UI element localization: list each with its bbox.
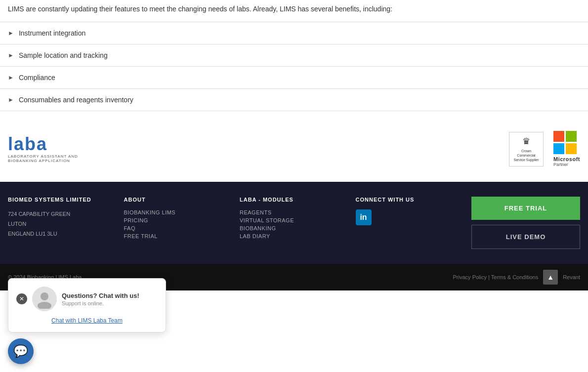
footer-bottom-right: Privacy Policy | Terms & Conditions ▲ Re… bbox=[453, 270, 580, 285]
footer-col-biomed: BIOMED SYSTEMS LIMITED 724 CAPABILITY GR… bbox=[8, 197, 114, 249]
accordion-item-compliance[interactable]: ► Compliance bbox=[0, 67, 588, 89]
footer-link-faq[interactable]: FAQ bbox=[124, 225, 230, 231]
footer-link-lab-diary[interactable]: LAB DIARY bbox=[240, 233, 346, 239]
svg-point-0 bbox=[41, 292, 48, 300]
accordion-item-instrument-integration[interactable]: ► Instrument integration bbox=[0, 22, 588, 44]
cta-buttons: FREE TRIAL LIVE DEMO bbox=[471, 197, 580, 249]
accordion-label-sample-location: Sample location and tracking bbox=[19, 51, 108, 59]
accordion-label-instrument-integration: Instrument integration bbox=[19, 29, 85, 37]
intro-text: LIMS are constantly updating their featu… bbox=[0, 0, 588, 22]
footer-col-modules: LABA - MODULES REAGENTS VIRTUAL STORAGE … bbox=[240, 197, 346, 249]
footer-link-virtual-storage[interactable]: VIRTUAL STORAGE bbox=[240, 217, 346, 223]
free-trial-button[interactable]: FREE TRIAL bbox=[471, 197, 580, 220]
chat-title: Questions? Chat with us! bbox=[62, 292, 139, 299]
chat-avatar bbox=[32, 287, 57, 311]
chevron-right-icon-4: ► bbox=[8, 96, 14, 103]
svg-point-1 bbox=[38, 302, 51, 309]
chat-open-button[interactable]: 💬 bbox=[8, 338, 34, 364]
ms-yellow-square bbox=[566, 143, 577, 154]
footer-bottom-links[interactable]: Privacy Policy | Terms & Conditions bbox=[453, 274, 539, 280]
accordion-item-consumables[interactable]: ► Consumables and reagents inventory bbox=[0, 89, 588, 111]
accordion-header-consumables[interactable]: ► Consumables and reagents inventory bbox=[0, 89, 588, 111]
logo-subtitle-text: LABORATORY ASSISTANT ANDBIOBANKING APPLI… bbox=[8, 154, 78, 163]
footer-col-about-title: ABOUT bbox=[124, 197, 230, 203]
footer-columns: BIOMED SYSTEMS LIMITED 724 CAPABILITY GR… bbox=[0, 182, 588, 264]
footer-col-biomed-title: BIOMED SYSTEMS LIMITED bbox=[8, 197, 114, 203]
chevron-right-icon-3: ► bbox=[8, 74, 14, 81]
footer-link-reagents[interactable]: REAGENTS bbox=[240, 209, 346, 215]
scroll-to-top-button[interactable]: ▲ bbox=[543, 270, 558, 285]
chat-team-link[interactable]: Chat with LIMS Laba Team bbox=[16, 317, 158, 324]
ms-sublabel: Partner bbox=[553, 162, 568, 167]
revant-label: Revant bbox=[563, 274, 580, 280]
revant-badge: Revant bbox=[563, 274, 580, 280]
crown-icon: ♛ bbox=[522, 136, 530, 147]
footer-col-about: ABOUT BIOBANKING LIMS PRICING FAQ FREE T… bbox=[124, 197, 230, 249]
accordion-header-compliance[interactable]: ► Compliance bbox=[0, 67, 588, 88]
linkedin-icon[interactable]: in bbox=[356, 209, 372, 225]
accordion-item-sample-location[interactable]: ► Sample location and tracking bbox=[0, 44, 588, 67]
crown-commercial-badge: ♛ Crown Commercial Service Supplier bbox=[509, 132, 544, 166]
microsoft-partner-badge: Microsoft Partner bbox=[553, 131, 580, 167]
chevron-right-icon: ► bbox=[8, 30, 14, 37]
laba-logo: laba LABORATORY ASSISTANT ANDBIOBANKING … bbox=[8, 135, 78, 163]
chat-popup-left: ✕ Questions? Chat with us! Support is on… bbox=[16, 287, 139, 311]
ms-blue-square bbox=[553, 143, 564, 154]
footer-link-free-trial-about[interactable]: FREE TRIAL bbox=[124, 233, 230, 239]
footer-logo-area: laba LABORATORY ASSISTANT ANDBIOBANKING … bbox=[0, 111, 588, 182]
crown-badge-text: Crown Commercial Service Supplier bbox=[512, 149, 540, 162]
footer-col-connect-title: CONNECT WITH US bbox=[356, 197, 462, 203]
footer-link-biobanking-lims[interactable]: BIOBANKING LIMS bbox=[124, 209, 230, 215]
footer-link-biobanking[interactable]: BIOBANKING bbox=[240, 225, 346, 231]
footer-col-modules-title: LABA - MODULES bbox=[240, 197, 346, 203]
avatar-icon bbox=[35, 289, 54, 309]
logo-container: laba LABORATORY ASSISTANT ANDBIOBANKING … bbox=[8, 135, 78, 163]
live-demo-button[interactable]: LIVE DEMO bbox=[471, 225, 580, 249]
footer-col-biomed-address: 724 CAPABILITY GREEN LUTON ENGLAND LU1 3… bbox=[8, 209, 114, 239]
chat-popup: ✕ Questions? Chat with us! Support is on… bbox=[8, 278, 166, 332]
chat-subtitle: Support is online. bbox=[62, 300, 139, 306]
accordion-header-instrument-integration[interactable]: ► Instrument integration bbox=[0, 22, 588, 44]
accordion: ► Instrument integration ► Sample locati… bbox=[0, 22, 588, 111]
footer-col-connect: CONNECT WITH US in bbox=[356, 197, 462, 249]
footer-link-pricing[interactable]: PRICING bbox=[124, 217, 230, 223]
chat-popup-header: ✕ Questions? Chat with us! Support is on… bbox=[16, 287, 158, 311]
accordion-label-compliance: Compliance bbox=[19, 74, 55, 82]
logo-main-text: laba bbox=[8, 135, 78, 153]
ms-red-square bbox=[553, 131, 564, 142]
accordion-label-consumables: Consumables and reagents inventory bbox=[19, 96, 133, 104]
chevron-right-icon-2: ► bbox=[8, 52, 14, 59]
chat-text-block: Questions? Chat with us! Support is onli… bbox=[62, 292, 139, 306]
ms-label: Microsoft bbox=[553, 156, 580, 162]
footer-col-cta: FREE TRIAL LIVE DEMO bbox=[471, 197, 580, 249]
badges-container: ♛ Crown Commercial Service Supplier Micr… bbox=[509, 131, 580, 167]
ms-logo-grid bbox=[553, 131, 577, 154]
chat-close-button[interactable]: ✕ bbox=[16, 293, 27, 304]
accordion-header-sample-location[interactable]: ► Sample location and tracking bbox=[0, 44, 588, 66]
ms-green-square bbox=[566, 131, 577, 142]
